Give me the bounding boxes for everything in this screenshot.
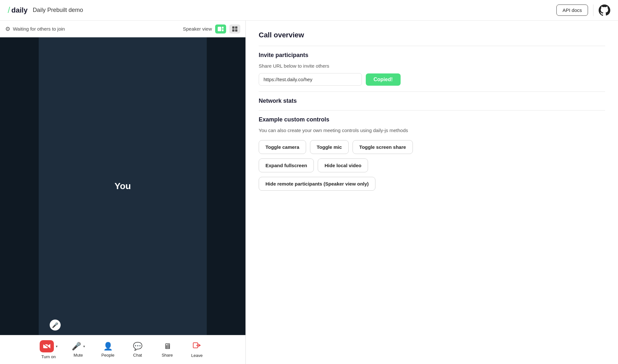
call-overview-title: Call overview xyxy=(259,31,605,39)
custom-controls-desc: You can also create your own meeting con… xyxy=(259,127,605,134)
waiting-text: Waiting for others to join xyxy=(13,26,65,32)
custom-controls-title: Example custom controls xyxy=(259,116,605,123)
hide-remote-participants-button[interactable]: Hide remote participants (Speaker view o… xyxy=(259,177,375,191)
leave-button[interactable]: Leave xyxy=(187,341,207,358)
share-icon-wrap: 🖥 xyxy=(164,342,171,351)
logo: /daily xyxy=(8,5,27,15)
people-icon: 👤 xyxy=(103,342,113,351)
share-button[interactable]: 🖥 Share xyxy=(158,342,177,358)
toggle-camera-button[interactable]: Toggle camera xyxy=(259,140,306,154)
grid-view-button[interactable] xyxy=(229,24,240,34)
leave-icon xyxy=(193,341,202,351)
people-button[interactable]: 👤 People xyxy=(98,342,118,358)
invite-url-row: Copied! xyxy=(259,73,605,86)
video-main: You xyxy=(39,37,207,335)
mute-icon-wrap: 🎤 ▾ xyxy=(72,342,85,351)
people-icon-wrap: 👤 xyxy=(103,342,113,351)
svg-rect-5 xyxy=(232,29,234,32)
svg-rect-4 xyxy=(235,26,237,29)
header: /daily Daily Prebuilt demo API docs xyxy=(0,0,618,21)
chat-icon-wrap: 💬 xyxy=(133,342,143,351)
invite-url-input[interactable] xyxy=(259,73,362,86)
svg-rect-1 xyxy=(222,27,224,29)
video-you-label: You xyxy=(115,181,131,191)
mute-label: Mute xyxy=(74,353,83,358)
custom-controls-row-1: Toggle camera Toggle mic Toggle screen s… xyxy=(259,140,605,154)
speaker-view-label: Speaker view xyxy=(183,26,212,32)
logo-text: daily xyxy=(11,6,27,14)
video-area: You 🎤 xyxy=(0,37,245,335)
camera-chevron-icon[interactable]: ▾ xyxy=(56,344,58,349)
header-divider xyxy=(593,5,593,16)
logo-slash: / xyxy=(8,5,10,15)
copied-button[interactable]: Copied! xyxy=(366,73,401,86)
header-right: API docs xyxy=(556,5,610,16)
view-controls: Speaker view xyxy=(183,24,240,34)
waiting-label: ⚙ Waiting for others to join xyxy=(5,25,65,33)
network-stats-title: Network stats xyxy=(259,98,605,104)
chat-icon: 💬 xyxy=(133,342,143,351)
share-screen-icon: 🖥 xyxy=(164,342,171,351)
api-docs-button[interactable]: API docs xyxy=(556,5,588,16)
divider-1 xyxy=(259,46,605,46)
divider-2 xyxy=(259,91,605,92)
video-sidebar-left xyxy=(0,37,39,335)
hide-local-video-button[interactable]: Hide local video xyxy=(318,158,368,172)
chat-button[interactable]: 💬 Chat xyxy=(128,342,147,358)
toggle-screen-share-button[interactable]: Toggle screen share xyxy=(353,140,413,154)
svg-rect-2 xyxy=(222,29,224,31)
toggle-mic-button[interactable]: Toggle mic xyxy=(310,140,349,154)
svg-rect-6 xyxy=(235,29,237,32)
right-panel: Call overview Invite participants Share … xyxy=(246,21,618,364)
header-left: /daily Daily Prebuilt demo xyxy=(8,5,83,15)
main-layout: ⚙ Waiting for others to join Speaker vie… xyxy=(0,21,618,364)
chat-label: Chat xyxy=(133,353,142,358)
divider-3 xyxy=(259,110,605,110)
invite-title: Invite participants xyxy=(259,52,605,59)
video-sidebar-right xyxy=(207,37,245,335)
camera-toggle-label: Turn on xyxy=(41,354,55,359)
people-label: People xyxy=(101,353,114,358)
expand-fullscreen-button[interactable]: Expand fullscreen xyxy=(259,158,314,172)
video-panel: ⚙ Waiting for others to join Speaker vie… xyxy=(0,21,246,364)
mic-icon: 🎤 xyxy=(72,342,81,351)
leave-label: Leave xyxy=(191,353,203,358)
call-controls: ▾ Turn on 🎤 ▾ Mute 👤 People xyxy=(0,335,245,364)
invite-desc: Share URL below to invite others xyxy=(259,63,605,69)
mic-indicator: 🎤 xyxy=(50,320,61,330)
camera-off-icon xyxy=(40,340,54,352)
speaker-view-button[interactable] xyxy=(215,24,226,34)
leave-icon-wrap xyxy=(193,341,202,351)
gear-icon[interactable]: ⚙ xyxy=(5,25,10,33)
camera-icon-wrap: ▾ xyxy=(40,340,58,352)
camera-toggle-button[interactable]: ▾ Turn on xyxy=(39,340,58,359)
page-title: Daily Prebuilt demo xyxy=(33,7,83,14)
svg-rect-3 xyxy=(232,26,234,29)
mute-chevron-icon[interactable]: ▾ xyxy=(83,344,85,349)
mute-button[interactable]: 🎤 ▾ Mute xyxy=(69,342,88,358)
video-top-bar: ⚙ Waiting for others to join Speaker vie… xyxy=(0,21,245,37)
share-label: Share xyxy=(162,353,173,358)
custom-controls-row-2: Expand fullscreen Hide local video xyxy=(259,158,605,172)
custom-controls-row-3: Hide remote participants (Speaker view o… xyxy=(259,177,605,191)
github-icon[interactable] xyxy=(599,5,610,16)
svg-rect-0 xyxy=(218,27,221,31)
